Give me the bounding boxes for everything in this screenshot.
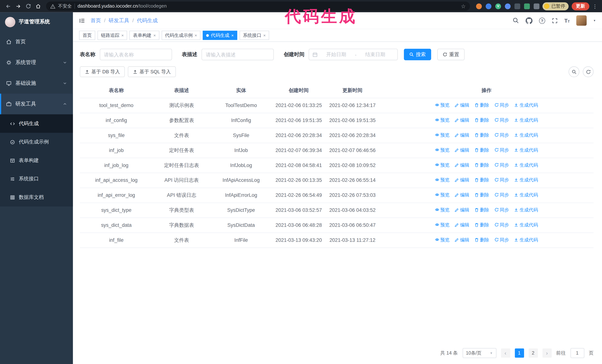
preview-link[interactable]: 预览 — [435, 191, 450, 198]
preview-link[interactable]: 预览 — [435, 236, 450, 243]
generate-code-link[interactable]: 生成代码 — [514, 206, 538, 213]
edit-link[interactable]: 编辑 — [455, 131, 469, 138]
edit-link[interactable]: 编辑 — [455, 176, 469, 183]
tab-form-builder[interactable]: 表单构建× — [129, 31, 159, 40]
puzzle-extensions-icon[interactable] — [534, 3, 539, 9]
delete-link[interactable]: 删除 — [474, 131, 489, 138]
delete-link[interactable]: 删除 — [474, 146, 489, 153]
breadcrumb-devtools[interactable]: 研发工具 — [108, 17, 129, 24]
delete-link[interactable]: 删除 — [474, 102, 489, 108]
font-size-icon[interactable]: TT — [564, 18, 570, 23]
next-page-button[interactable]: › — [542, 348, 552, 358]
extension-icon-4[interactable] — [505, 3, 511, 9]
preview-link[interactable]: 预览 — [435, 161, 450, 168]
breadcrumb-home[interactable]: 首页 — [91, 17, 101, 24]
search-button[interactable]: 搜索 — [404, 49, 431, 60]
preview-link[interactable]: 预览 — [435, 116, 450, 123]
profile-paused-badge[interactable]: 已暂停 — [543, 2, 569, 10]
page-size-select[interactable]: 10条/页 ▼ — [462, 348, 496, 358]
preview-link[interactable]: 预览 — [435, 131, 450, 138]
import-db-button[interactable]: 基于 DB 导入 — [80, 66, 125, 77]
search-icon[interactable] — [513, 17, 519, 24]
help-icon[interactable]: ? — [539, 17, 545, 23]
delete-link[interactable]: 删除 — [474, 206, 489, 213]
vue-devtools-icon[interactable]: V — [495, 3, 501, 9]
forward-button[interactable] — [13, 1, 23, 11]
preview-link[interactable]: 预览 — [435, 221, 450, 228]
import-sql-button[interactable]: 基于 SQL 导入 — [128, 66, 176, 77]
refresh-table-button[interactable] — [583, 66, 593, 77]
extension-icon-1[interactable] — [476, 3, 482, 9]
sync-link[interactable]: 同步 — [494, 102, 509, 108]
sidebar-item-api[interactable]: 系统接口 — [0, 170, 73, 188]
sync-link[interactable]: 同步 — [494, 131, 509, 138]
preview-link[interactable]: 预览 — [435, 146, 450, 153]
generate-code-link[interactable]: 生成代码 — [514, 102, 538, 108]
close-icon[interactable]: × — [121, 33, 124, 37]
delete-link[interactable]: 删除 — [474, 161, 489, 168]
edit-link[interactable]: 编辑 — [455, 116, 469, 123]
preview-link[interactable]: 预览 — [435, 206, 450, 213]
date-end-placeholder[interactable]: 结束日期 — [356, 51, 394, 58]
sidebar-item-codegen[interactable]: 代码生成 — [0, 114, 73, 133]
preview-link[interactable]: 预览 — [435, 102, 450, 108]
security-label[interactable]: 不安全 — [58, 3, 72, 10]
delete-link[interactable]: 删除 — [474, 116, 489, 123]
chrome-update-button[interactable]: 更新 — [572, 2, 589, 10]
generate-code-link[interactable]: 生成代码 — [514, 191, 538, 198]
edit-link[interactable]: 编辑 — [455, 161, 469, 168]
sidebar-item-db-doc[interactable]: 数据库文档 — [0, 188, 73, 207]
table-name-input[interactable] — [100, 49, 172, 60]
page-button-1[interactable]: 1 — [515, 348, 524, 358]
generate-code-link[interactable]: 生成代码 — [514, 116, 538, 123]
tab-codegen[interactable]: 代码生成× — [203, 31, 237, 40]
generate-code-link[interactable]: 生成代码 — [514, 221, 538, 228]
reset-button[interactable]: 重置 — [437, 49, 464, 60]
date-range-picker[interactable]: 开始日期 - 结束日期 — [309, 49, 398, 60]
edit-link[interactable]: 编辑 — [455, 191, 469, 198]
sync-link[interactable]: 同步 — [494, 116, 509, 123]
tab-home[interactable]: 首页 — [79, 31, 95, 40]
delete-link[interactable]: 删除 — [474, 176, 489, 183]
avatar-caret-icon[interactable]: ▼ — [593, 19, 596, 22]
delete-link[interactable]: 删除 — [474, 236, 489, 243]
sidebar-item-devtools[interactable]: 研发工具 — [0, 94, 73, 114]
back-button[interactable] — [3, 1, 13, 11]
sync-link[interactable]: 同步 — [494, 221, 509, 228]
sidebar-item-codegen-example[interactable]: 代码生成示例 — [0, 133, 73, 151]
sidebar-item-system[interactable]: 系统管理 — [0, 52, 73, 73]
edit-link[interactable]: 编辑 — [455, 102, 469, 108]
edit-link[interactable]: 编辑 — [455, 206, 469, 213]
sidebar-item-home[interactable]: 首页 — [0, 31, 73, 52]
sync-link[interactable]: 同步 — [494, 176, 509, 183]
reload-button[interactable] — [23, 1, 33, 11]
table-desc-input[interactable] — [202, 49, 274, 60]
bookmark-star-icon[interactable]: ☆ — [461, 3, 466, 9]
edit-link[interactable]: 编辑 — [455, 146, 469, 153]
user-avatar[interactable] — [576, 15, 587, 26]
extension-icon-6[interactable] — [524, 3, 530, 9]
generate-code-link[interactable]: 生成代码 — [514, 131, 538, 138]
delete-link[interactable]: 删除 — [474, 221, 489, 228]
fullscreen-icon[interactable] — [552, 17, 558, 23]
prev-page-button[interactable]: ‹ — [501, 348, 510, 358]
chrome-menu-icon[interactable]: ⋮ — [592, 3, 597, 9]
tab-codegen-example[interactable]: 代码生成示例× — [161, 31, 200, 40]
generate-code-link[interactable]: 生成代码 — [514, 146, 538, 153]
tab-api[interactable]: 系统接口× — [239, 31, 269, 40]
goto-page-input[interactable] — [570, 348, 584, 358]
delete-link[interactable]: 删除 — [474, 191, 489, 198]
address-bar[interactable]: 不安全 dashboard.yudao.iocoder.cn/tool/code… — [46, 1, 470, 11]
edit-link[interactable]: 编辑 — [455, 221, 469, 228]
extension-icon-2[interactable] — [486, 3, 491, 9]
extension-icon-5[interactable] — [514, 3, 520, 9]
preview-link[interactable]: 预览 — [435, 176, 450, 183]
sync-link[interactable]: 同步 — [494, 161, 509, 168]
github-icon[interactable] — [526, 17, 533, 24]
close-icon[interactable]: × — [153, 33, 156, 37]
tab-tracing[interactable]: 链路追踪× — [97, 31, 127, 40]
date-start-placeholder[interactable]: 开始日期 — [317, 51, 355, 58]
generate-code-link[interactable]: 生成代码 — [514, 161, 538, 168]
sync-link[interactable]: 同步 — [494, 236, 509, 243]
toggle-search-button[interactable] — [569, 66, 580, 77]
